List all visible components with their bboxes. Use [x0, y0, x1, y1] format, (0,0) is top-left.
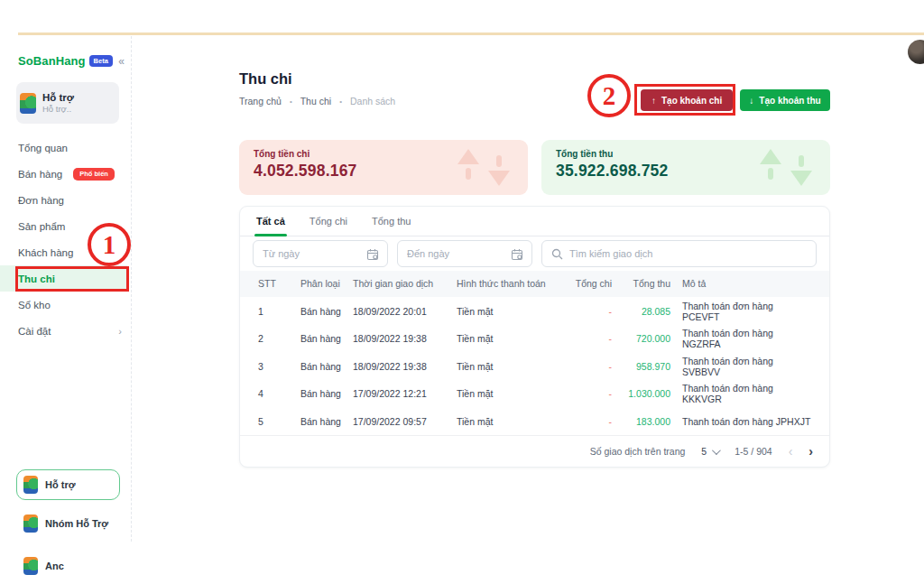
col-thoi-gian: Thời gian giao dịch [353, 278, 457, 289]
sidebar-item-don-hang[interactable]: Đơn hàng [0, 187, 131, 213]
store-list: Hỗ trợ Nhóm Hỗ Trợ Anc [0, 469, 132, 584]
nav-label: Đơn hàng [18, 195, 64, 206]
cell-expense: - [560, 333, 612, 344]
cell-payment: Tiền mặt [457, 306, 560, 317]
cell-category: Bán hàng [300, 361, 353, 372]
search-icon [551, 248, 563, 260]
app-window: SoBanHang Beta « Hỗ trợ Hỗ trợ.. Tổng qu… [0, 0, 924, 584]
cell-stt: 5 [258, 416, 300, 427]
page-title: Thu chi [239, 70, 292, 88]
nav-label: Thu chi [18, 273, 55, 284]
tab-tong-thu[interactable]: Tổng thu [372, 207, 411, 236]
sidebar-item-thu-chi[interactable]: Thu chi [0, 265, 127, 292]
trend-arrows-watermark [457, 149, 510, 186]
table-row[interactable]: 3 Bán hàng 18/09/2022 19:38 Tiền mặt - 9… [240, 353, 829, 381]
store-item-nhom-ho-tro[interactable]: Nhóm Hỗ Trợ [0, 513, 132, 534]
sidebar-item-san-pham[interactable]: Sản phẩm [0, 213, 131, 239]
transactions-panel: Tất cả Tổng chi Tổng thu [239, 206, 830, 468]
nav-label: Cài đặt [18, 326, 51, 337]
sidebar-item-tong-quan[interactable]: Tổng quan [0, 134, 131, 161]
create-expense-button[interactable]: ↑ Tạo khoản chi [641, 89, 733, 111]
popular-badge: Phổ biến [73, 168, 115, 181]
breadcrumb-current: Danh sách [350, 96, 395, 107]
sidebar-item-so-kho[interactable]: Sổ kho [0, 292, 131, 318]
search-input[interactable] [542, 241, 816, 266]
sidebar-item-khach-hang[interactable]: Khách hàng [0, 239, 131, 265]
arrow-up-icon: ↑ [651, 96, 656, 106]
store-logo-icon [20, 93, 36, 114]
trend-arrows-watermark [760, 149, 812, 186]
chevron-down-icon [712, 446, 721, 455]
transaction-tabs: Tất cả Tổng chi Tổng thu [240, 207, 829, 236]
cell-description: Thanh toán đơn hàng NGZRFA [670, 328, 813, 349]
brand-logo: SoBanHang [18, 54, 86, 68]
page-size-label: Số giao dịch trên trang [590, 446, 686, 457]
cell-description: Thanh toán đơn hàng KKKVGR [670, 383, 813, 404]
cell-time: 18/09/2022 19:38 [353, 361, 457, 372]
calendar-icon[interactable] [366, 248, 379, 261]
total-income-card: Tổng tiền thu 35.922.698.752 [541, 140, 830, 195]
next-page-button[interactable]: › [808, 444, 813, 459]
current-store-name: Hỗ trợ [42, 91, 74, 104]
brand-row: SoBanHang Beta « [0, 36, 131, 68]
table-header: STT Phân loại Thời gian giao dịch Hình t… [240, 271, 829, 298]
calendar-icon[interactable] [511, 248, 523, 261]
cell-expense: - [560, 416, 612, 427]
page-size-value: 5 [701, 446, 707, 457]
tab-tat-ca[interactable]: Tất cả [256, 207, 285, 236]
pagination-bar: Số giao dịch trên trang 5 1-5 / 904 ‹ › [240, 435, 829, 467]
sidebar-item-cai-dat[interactable]: Cài đặt › [0, 318, 131, 344]
create-income-button[interactable]: ↓ Tạo khoản thu [740, 89, 830, 111]
cell-description: Thanh toán đơn hàng PCEVFT [670, 301, 813, 322]
search-field[interactable] [541, 240, 817, 267]
table-row[interactable]: 5 Bán hàng 17/09/2022 09:57 Tiền mặt - 1… [240, 408, 829, 436]
button-label: Tạo khoản chi [661, 96, 722, 106]
user-avatar[interactable] [908, 40, 924, 64]
col-tong-thu: Tổng thu [612, 278, 670, 289]
cell-category: Bán hàng [300, 333, 353, 344]
current-store-subtitle: Hỗ trợ.. [42, 104, 74, 115]
top-divider [18, 32, 924, 35]
cell-income: 183.000 [612, 416, 670, 427]
table-row[interactable]: 4 Bán hàng 17/09/2022 12:21 Tiền mặt - 1… [240, 380, 829, 408]
breadcrumb-thu-chi[interactable]: Thu chi [300, 96, 331, 107]
breadcrumb: Trang chủ • Thu chi • Danh sách [239, 96, 395, 107]
button-label: Tạo khoản thu [759, 96, 820, 106]
nav-label: Bán hàng [18, 169, 62, 180]
store-item-anc[interactable]: Anc [0, 555, 132, 577]
current-store-card[interactable]: Hỗ trợ Hỗ trợ.. [16, 82, 119, 124]
to-date-field[interactable] [397, 240, 532, 267]
breadcrumb-separator: • [290, 97, 292, 106]
store-label: Hỗ trợ [45, 479, 75, 490]
store-label: Anc [45, 561, 64, 571]
sidebar: SoBanHang Beta « Hỗ trợ Hỗ trợ.. Tổng qu… [0, 36, 132, 542]
sidebar-nav: Tổng quan Bán hàng Phổ biến Đơn hàng Sản… [0, 134, 131, 344]
cell-income: 958.970 [612, 361, 670, 372]
cell-income: 720.000 [612, 333, 670, 344]
cell-income: 28.085 [612, 306, 670, 317]
sidebar-item-ban-hang[interactable]: Bán hàng Phổ biến [0, 161, 131, 187]
cell-time: 17/09/2022 09:57 [353, 416, 457, 427]
cell-payment: Tiền mặt [457, 416, 560, 427]
from-date-field[interactable] [253, 240, 388, 267]
cell-description: Thanh toán đơn hàng SVBBVV [670, 356, 813, 377]
table-row[interactable]: 1 Bán hàng 18/09/2022 20:01 Tiền mặt - 2… [240, 297, 829, 325]
page-size-select[interactable]: 5 [701, 446, 718, 457]
store-item-ho-tro[interactable]: Hỗ trợ [16, 469, 120, 500]
cell-stt: 2 [258, 333, 300, 344]
cell-payment: Tiền mặt [457, 388, 560, 399]
total-expense-card: Tổng tiền chi 4.052.598.167 [239, 140, 528, 195]
breadcrumb-home[interactable]: Trang chủ [239, 96, 282, 107]
col-stt: STT [258, 278, 300, 289]
prev-page-button[interactable]: ‹ [789, 444, 793, 459]
store-icon [23, 557, 38, 575]
nav-label: Tổng quan [18, 143, 68, 153]
arrow-down-icon: ↓ [749, 96, 753, 106]
page-range: 1-5 / 904 [735, 446, 772, 457]
table-row[interactable]: 2 Bán hàng 18/09/2022 19:38 Tiền mặt - 7… [240, 325, 829, 353]
cell-stt: 3 [258, 361, 300, 372]
cell-expense: - [560, 361, 612, 372]
sidebar-collapse-icon[interactable]: « [118, 55, 125, 68]
tab-tong-chi[interactable]: Tổng chi [310, 207, 347, 236]
cell-expense: - [560, 388, 612, 399]
